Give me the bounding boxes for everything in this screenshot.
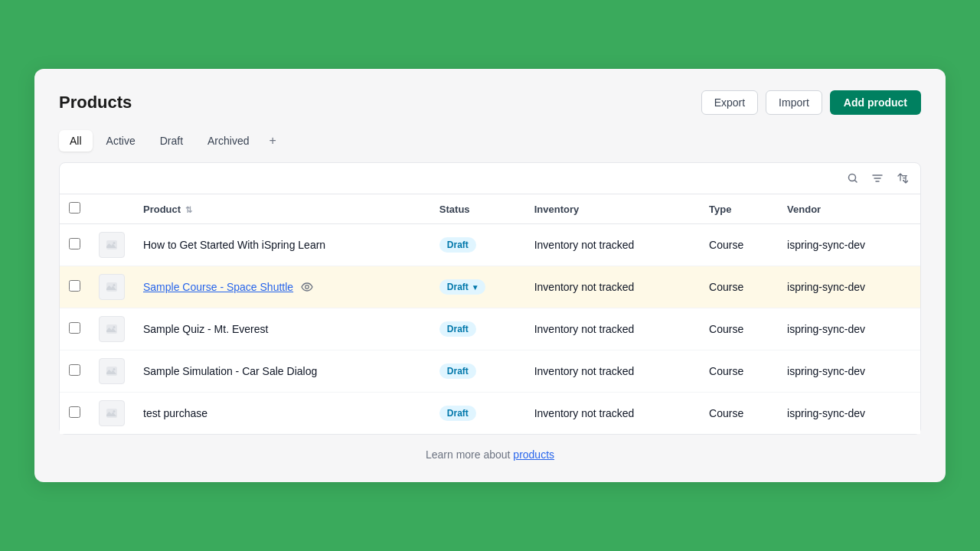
table-toolbar	[60, 163, 920, 194]
page-header: Products Export Import Add product	[59, 90, 921, 115]
row-checkbox-cell	[60, 308, 90, 350]
tabs-container: All Active Draft Archived +	[59, 130, 921, 152]
svg-rect-3	[903, 180, 904, 181]
row-checkbox-cell	[60, 266, 90, 308]
row-checkbox-cell	[60, 224, 90, 266]
export-button[interactable]: Export	[701, 90, 758, 115]
row-type: Course	[700, 224, 778, 266]
tab-all[interactable]: All	[59, 130, 93, 152]
product-thumbnail	[99, 400, 125, 426]
row-checkbox[interactable]	[69, 238, 80, 249]
add-tab-button[interactable]: +	[263, 131, 283, 151]
tab-archived[interactable]: Archived	[197, 130, 260, 152]
tab-draft[interactable]: Draft	[149, 130, 194, 152]
svg-point-5	[113, 242, 116, 244]
header-thumbnail-cell	[90, 194, 134, 224]
row-product-name: How to Get Started With iSpring Learn	[134, 224, 430, 266]
row-vendor: ispring-sync-dev	[778, 308, 920, 350]
table-row: Sample Course - Space Shuttle Draft▼Inve…	[60, 266, 920, 308]
products-link[interactable]: products	[513, 448, 554, 461]
row-status: Draft	[430, 224, 525, 266]
svg-rect-1	[903, 175, 907, 176]
header-checkbox-cell	[60, 194, 90, 224]
row-checkbox[interactable]	[69, 364, 80, 376]
row-type: Course	[700, 393, 778, 435]
product-thumbnail	[99, 274, 125, 300]
filter-icon[interactable]	[868, 169, 887, 187]
row-checkbox[interactable]	[69, 280, 80, 292]
status-badge: Draft	[439, 364, 476, 379]
import-button[interactable]: Import	[766, 90, 822, 115]
row-status: Draft▼	[430, 266, 525, 308]
row-product-name: Sample Simulation - Car Sale Dialog	[134, 350, 430, 393]
tab-active[interactable]: Active	[96, 130, 146, 152]
row-inventory: Inventory not tracked	[525, 350, 700, 393]
footer: Learn more about products	[59, 448, 921, 461]
row-vendor: ispring-sync-dev	[778, 266, 920, 308]
status-badge-dropdown[interactable]: Draft▼	[439, 279, 485, 295]
row-checkbox-cell	[60, 393, 90, 435]
row-type: Course	[700, 350, 778, 393]
chevron-down-icon: ▼	[472, 283, 479, 292]
svg-point-10	[113, 326, 116, 328]
product-thumbnail	[99, 358, 125, 384]
row-thumbnail-cell	[90, 308, 134, 350]
preview-icon[interactable]	[301, 282, 313, 292]
sort-product-icon: ⇅	[185, 205, 192, 214]
svg-point-14	[113, 410, 116, 412]
status-badge: Draft	[439, 237, 476, 253]
header-inventory: Inventory	[525, 194, 700, 224]
header-status: Status	[430, 194, 525, 224]
row-inventory: Inventory not tracked	[525, 308, 700, 350]
row-inventory: Inventory not tracked	[525, 266, 700, 308]
status-badge: Draft	[439, 406, 476, 421]
row-type: Course	[700, 266, 778, 308]
row-status: Draft	[430, 350, 525, 393]
row-product-name: test purchase	[134, 393, 430, 435]
row-inventory: Inventory not tracked	[525, 393, 700, 435]
row-product-name: Sample Course - Space Shuttle	[134, 266, 430, 308]
header-product[interactable]: Product ⇅	[134, 194, 430, 224]
header-vendor: Vendor	[778, 194, 920, 224]
products-card: Products Export Import Add product All A…	[34, 69, 946, 482]
status-badge: Draft	[439, 321, 476, 337]
svg-point-8	[305, 285, 309, 289]
svg-point-12	[113, 368, 116, 370]
product-name-link[interactable]: Sample Course - Space Shuttle	[143, 281, 293, 293]
row-checkbox[interactable]	[69, 406, 80, 418]
row-status: Draft	[430, 393, 525, 435]
row-thumbnail-cell	[90, 350, 134, 393]
header-type: Type	[700, 194, 778, 224]
row-vendor: ispring-sync-dev	[778, 224, 920, 266]
product-thumbnail	[99, 232, 125, 258]
products-table: Product ⇅ Status Inventory Type Vendor H…	[60, 194, 920, 434]
svg-point-7	[113, 284, 116, 286]
svg-rect-2	[903, 178, 906, 178]
row-inventory: Inventory not tracked	[525, 224, 700, 266]
row-checkbox-cell	[60, 350, 90, 393]
table-header-row: Product ⇅ Status Inventory Type Vendor	[60, 194, 920, 224]
search-icon[interactable]	[844, 169, 862, 187]
page-title: Products	[59, 93, 132, 112]
row-status: Draft	[430, 308, 525, 350]
table-row: How to Get Started With iSpring LearnDra…	[60, 224, 920, 266]
select-all-checkbox[interactable]	[69, 202, 80, 214]
status-badge-label: Draft	[447, 282, 469, 292]
table-row: Sample Quiz - Mt. EverestDraftInventory …	[60, 308, 920, 350]
table-row: test purchaseDraftInventory not trackedC…	[60, 393, 920, 435]
row-checkbox[interactable]	[69, 322, 80, 334]
row-vendor: ispring-sync-dev	[778, 350, 920, 393]
table-row: Sample Simulation - Car Sale DialogDraft…	[60, 350, 920, 393]
row-vendor: ispring-sync-dev	[778, 393, 920, 435]
sort-icon[interactable]	[893, 169, 911, 187]
add-product-button[interactable]: Add product	[830, 90, 921, 115]
header-actions: Export Import Add product	[701, 90, 921, 115]
row-thumbnail-cell	[90, 393, 134, 435]
row-product-name: Sample Quiz - Mt. Everest	[134, 308, 430, 350]
row-thumbnail-cell	[90, 266, 134, 308]
row-type: Course	[700, 308, 778, 350]
products-table-container: Product ⇅ Status Inventory Type Vendor H…	[59, 162, 921, 435]
product-thumbnail	[99, 316, 125, 342]
row-thumbnail-cell	[90, 224, 134, 266]
